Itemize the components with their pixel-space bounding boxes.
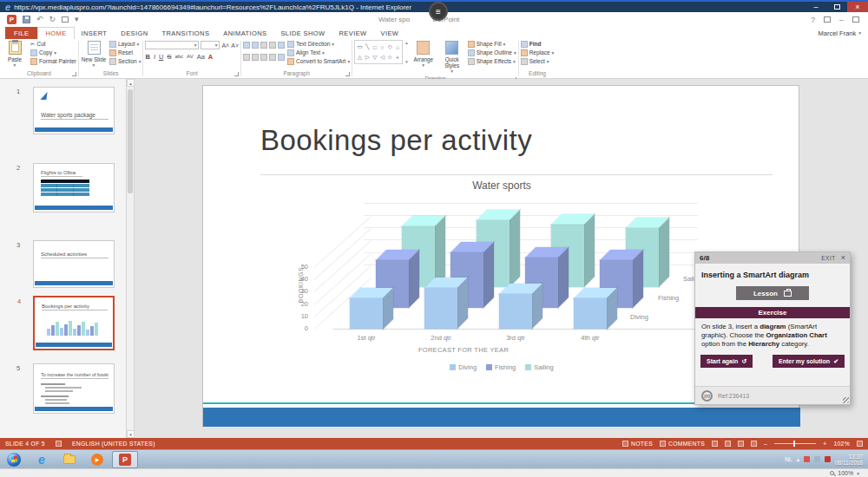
tab-insert[interactable]: INSERT xyxy=(75,27,115,39)
text-direction-button[interactable]: Text Direction▾ xyxy=(287,40,350,48)
start-button[interactable] xyxy=(1,451,27,468)
shape-glyph[interactable]: ▽ xyxy=(372,54,377,61)
convert-to-smartart-button[interactable]: Convert to SmartArt▾ xyxy=(287,57,350,65)
start-from-beginning-icon[interactable] xyxy=(62,16,69,23)
resize-handle[interactable] xyxy=(843,397,849,403)
save-icon[interactable] xyxy=(23,16,30,23)
zoom-percentage[interactable]: 102% xyxy=(833,441,850,447)
shape-glyph[interactable]: ╲ xyxy=(365,43,369,50)
quick-styles-button[interactable]: Quick Styles ▾ xyxy=(439,40,465,75)
thumbnail-slide-4-selected[interactable]: 4 Bookings per activity xyxy=(33,296,115,350)
thumbnail-slide-3[interactable]: 3 Scheduled activities xyxy=(33,240,115,288)
normal-view-button[interactable] xyxy=(712,441,718,447)
copy-button[interactable]: Copy▾ xyxy=(30,49,76,56)
notes-toggle[interactable]: NOTES xyxy=(622,441,653,447)
text-shadow-button[interactable]: abc xyxy=(174,54,183,59)
training-menu-button[interactable]: ≡ xyxy=(429,2,448,21)
underline-button[interactable]: U xyxy=(159,53,163,61)
slideshow-view-button[interactable] xyxy=(751,441,757,447)
powerpoint-icon[interactable]: P xyxy=(7,15,16,24)
columns-icon[interactable] xyxy=(278,54,285,61)
shape-glyph[interactable]: □ xyxy=(373,44,377,50)
layout-button[interactable]: Layout▾ xyxy=(109,40,141,48)
shrink-font-button[interactable]: A˅ xyxy=(231,42,239,49)
redo-icon[interactable]: ↻ xyxy=(49,16,56,23)
clipboard-dialog-launcher[interactable] xyxy=(72,72,76,76)
new-slide-button[interactable]: New Slide ▾ xyxy=(81,40,107,69)
shape-fill-button[interactable]: Shape Fill▾ xyxy=(468,40,516,48)
ie-close-button[interactable]: × xyxy=(847,2,868,12)
shape-glyph[interactable]: ○ xyxy=(381,44,385,50)
tray-icon-3[interactable] xyxy=(825,456,831,462)
font-color-button[interactable]: A xyxy=(208,53,213,61)
tab-view[interactable]: VIEW xyxy=(374,27,406,39)
increase-indent-icon[interactable] xyxy=(269,42,276,49)
training-panel-header[interactable]: 6/8 EXIT × xyxy=(695,252,850,264)
spellcheck-button[interactable] xyxy=(56,441,62,447)
shape-glyph[interactable]: + xyxy=(396,55,399,61)
zoom-out-button[interactable]: – xyxy=(764,441,767,447)
undo-icon[interactable]: ↶ xyxy=(36,16,43,23)
qat-customize-icon[interactable]: ▾ xyxy=(75,16,79,23)
start-again-button[interactable]: Start again ↺ xyxy=(700,355,753,368)
align-text-button[interactable]: Align Text▾ xyxy=(287,49,350,56)
thumbnail-slide-1[interactable]: 1 Water sports package xyxy=(33,87,115,134)
close-icon[interactable]: × xyxy=(841,254,845,262)
shape-glyph[interactable]: ▷ xyxy=(365,54,370,61)
align-left-icon[interactable] xyxy=(243,54,250,61)
shape-glyph[interactable]: ▭ xyxy=(357,43,362,50)
pp-minimize-button[interactable]: – xyxy=(839,16,844,24)
tab-home[interactable]: HOME xyxy=(37,27,74,39)
taskbar-media-button[interactable]: ▶ xyxy=(84,451,110,468)
zoom-in-button[interactable]: + xyxy=(823,441,826,447)
comments-toggle[interactable]: COMMENTS xyxy=(660,441,705,447)
replace-button[interactable]: Replace▾ xyxy=(521,49,555,56)
ie-zoom-dropdown-icon[interactable]: ▾ xyxy=(857,471,859,476)
thumbnail-slide-5[interactable]: 5 To increase the number of bookings... xyxy=(33,363,115,414)
exit-button[interactable]: EXIT xyxy=(821,255,835,261)
slide-sorter-view-button[interactable] xyxy=(725,441,731,447)
zoom-slider-thumb[interactable] xyxy=(793,441,795,447)
tab-animations[interactable]: ANIMATIONS xyxy=(216,27,273,39)
ie-zoom-level[interactable]: 100% xyxy=(838,470,853,476)
numbering-icon[interactable] xyxy=(252,42,259,49)
tab-design[interactable]: DESIGN xyxy=(114,27,155,39)
change-case-button[interactable]: Aa xyxy=(197,53,205,61)
font-dialog-launcher[interactable] xyxy=(234,72,239,76)
font-name-combobox[interactable]: ▾ xyxy=(145,41,199,49)
taskbar-powerpoint-button[interactable]: P xyxy=(112,451,138,468)
bold-button[interactable]: B xyxy=(145,53,149,61)
cut-button[interactable]: ✂Cut xyxy=(30,40,76,48)
scroll-down-icon[interactable]: ▾ xyxy=(127,430,135,438)
grow-font-button[interactable]: A˄ xyxy=(221,42,229,49)
shape-glyph[interactable]: ⌂ xyxy=(396,44,399,50)
reading-view-button[interactable] xyxy=(738,441,744,447)
language-indicator[interactable]: ENGLISH (UNITED STATES) xyxy=(72,441,155,447)
paragraph-dialog-launcher[interactable] xyxy=(345,72,350,76)
ie-maximize-button[interactable] xyxy=(826,2,847,12)
section-button[interactable]: Section▾ xyxy=(109,57,141,65)
justify-icon[interactable] xyxy=(269,54,276,61)
shape-glyph[interactable]: △ xyxy=(358,54,362,61)
select-button[interactable]: Select▾ xyxy=(521,57,555,65)
format-painter-button[interactable]: Format Painter xyxy=(30,57,76,65)
ie-minimize-button[interactable]: – xyxy=(806,2,826,12)
ribbon-display-options-button[interactable] xyxy=(824,16,831,23)
enter-my-solution-button[interactable]: Enter my solution ✔ xyxy=(773,355,845,368)
shape-glyph[interactable]: ◁ xyxy=(380,54,385,61)
strikethrough-button[interactable]: S xyxy=(167,53,171,61)
tab-slide-show[interactable]: SLIDE SHOW xyxy=(273,27,332,39)
help-button[interactable]: ? xyxy=(811,16,815,24)
pp-restore-button[interactable] xyxy=(852,16,859,23)
reset-button[interactable]: Reset xyxy=(109,49,141,56)
align-right-icon[interactable] xyxy=(260,54,267,61)
arrange-button[interactable]: Arrange ▾ xyxy=(411,40,437,69)
thumbnail-scrollbar[interactable]: ▴ ▾ xyxy=(127,79,135,438)
taskbar-explorer-button[interactable] xyxy=(56,451,82,468)
tray-icon-1[interactable] xyxy=(804,456,810,462)
shape-glyph[interactable]: ☆ xyxy=(387,54,392,61)
scrollbar-thumb[interactable] xyxy=(128,89,133,193)
shapes-gallery-scroll[interactable]: ▴ ▾ xyxy=(405,40,408,64)
fit-slide-button[interactable] xyxy=(857,441,863,447)
align-center-icon[interactable] xyxy=(252,54,259,61)
